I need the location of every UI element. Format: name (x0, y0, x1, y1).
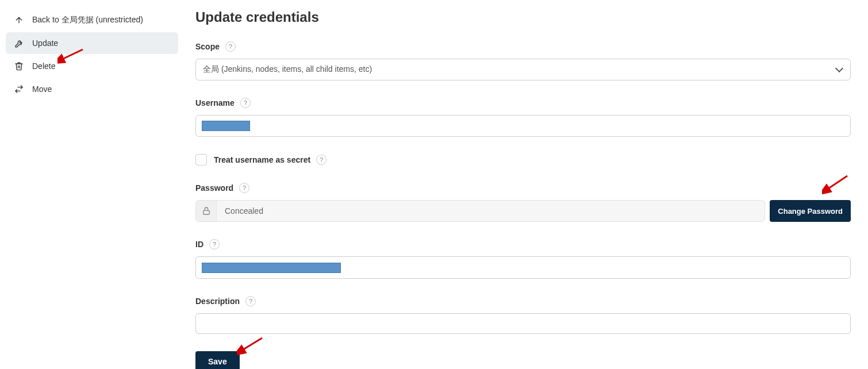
back-label: Back to 全局凭据 (unrestricted) (32, 15, 143, 25)
id-row: ID ? (195, 239, 851, 278)
sidebar: Back to 全局凭据 (unrestricted) Update Delet… (0, 5, 184, 369)
treat-secret-label: Treat username as secret (214, 155, 310, 164)
password-label: Password (195, 183, 233, 193)
delete-label: Delete (32, 62, 55, 71)
id-redacted (202, 263, 341, 273)
wrench-icon (14, 38, 24, 48)
main-content: Update credentials Scope ? 全局 (Jenkins, … (184, 5, 862, 369)
back-link[interactable]: Back to 全局凭据 (unrestricted) (6, 9, 178, 31)
update-label: Update (32, 39, 58, 48)
treat-secret-row: Treat username as secret ? (195, 154, 851, 166)
username-input[interactable] (195, 115, 851, 137)
username-row: Username ? (195, 98, 851, 137)
password-row: Password ? Concealed Change Password (195, 183, 851, 222)
lock-icon (196, 201, 217, 221)
password-value: Concealed (217, 206, 271, 216)
sidebar-item-move[interactable]: Move (6, 78, 178, 100)
id-input[interactable] (195, 256, 851, 278)
scope-select[interactable]: 全局 (Jenkins, nodes, items, all child ite… (195, 59, 851, 80)
scope-row: Scope ? 全局 (Jenkins, nodes, items, all c… (195, 41, 851, 80)
scope-value: 全局 (Jenkins, nodes, items, all child ite… (203, 64, 372, 74)
sidebar-item-update[interactable]: Update (6, 32, 178, 54)
trash-icon (14, 61, 24, 71)
swap-icon (14, 84, 24, 94)
page-title: Update credentials (195, 9, 851, 25)
svg-rect-3 (203, 211, 209, 215)
help-icon[interactable]: ? (240, 98, 251, 108)
username-label: Username (195, 98, 235, 107)
id-label: ID (195, 240, 203, 249)
save-button[interactable]: Save (195, 351, 240, 369)
password-field: Concealed (195, 200, 765, 222)
change-password-button[interactable]: Change Password (770, 200, 851, 222)
description-label: Description (195, 297, 240, 306)
description-input[interactable] (195, 313, 851, 334)
move-label: Move (32, 84, 52, 94)
help-icon[interactable]: ? (316, 155, 327, 165)
help-icon[interactable]: ? (245, 296, 256, 306)
arrow-up-icon (14, 15, 24, 25)
sidebar-item-delete[interactable]: Delete (6, 55, 178, 77)
username-redacted (202, 121, 250, 131)
scope-label: Scope (195, 42, 220, 51)
help-icon[interactable]: ? (225, 41, 236, 52)
description-row: Description ? (195, 296, 851, 334)
help-icon[interactable]: ? (209, 239, 220, 249)
help-icon[interactable]: ? (239, 183, 249, 193)
treat-secret-checkbox[interactable] (195, 154, 207, 166)
